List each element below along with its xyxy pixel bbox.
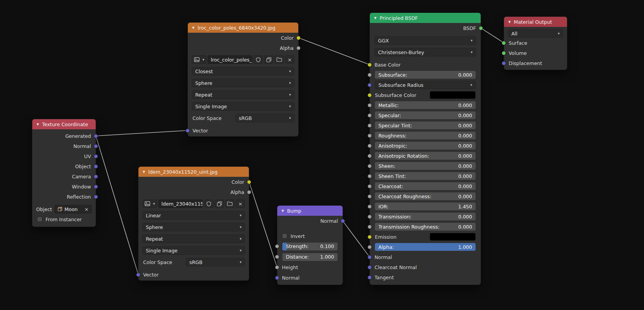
input-socket-anisotropic[interactable] — [368, 144, 372, 148]
collapse-icon[interactable]: ▼ — [143, 170, 145, 174]
input-socket-subsurface-color[interactable] — [368, 93, 372, 97]
output-socket-color[interactable] — [296, 36, 301, 40]
field-metallic[interactable]: Metallic:0.000 — [375, 101, 476, 109]
input-socket-displacement[interactable] — [502, 61, 506, 65]
color-swatch-subsurface-color[interactable] — [430, 91, 476, 99]
output-socket-camera[interactable] — [94, 174, 98, 179]
node-bump[interactable]: ▼ Bump Normal Invert Strength:0.100Dista… — [277, 205, 343, 285]
node-image-texture-color[interactable]: ▼ lroc_color_poles_6840x3420.jpg ColorAl… — [187, 22, 299, 137]
input-socket-normal_in[interactable] — [275, 276, 279, 280]
field-distance[interactable]: Distance:1.000 — [282, 253, 338, 261]
input-socket-base_color[interactable] — [368, 63, 372, 67]
node-link[interactable] — [481, 28, 504, 43]
field-specular-tint[interactable]: Specular Tint:0.000 — [375, 122, 476, 129]
input-socket-ior[interactable] — [368, 204, 372, 209]
shader-node-editor[interactable]: ▼ Texture Coordinate GeneratedNormalUVOb… — [0, 0, 644, 310]
node-principled-bsdf[interactable]: ▼ Principled BSDF BSDF GGX▾Christensen-B… — [369, 12, 481, 285]
dropdown-subsurface-radius[interactable]: Subsurface Radius▾ — [375, 81, 476, 89]
field-strength[interactable]: Strength:0.100 — [282, 243, 338, 250]
field-anisotropic-rotation[interactable]: Anisotropic Rotation:0.000 — [375, 152, 476, 160]
input-socket-height[interactable] — [275, 265, 279, 269]
object-picker[interactable]: Moon × — [54, 205, 92, 213]
dropdown-single-image[interactable]: Single Image▾ — [192, 102, 294, 111]
output-socket-reflection[interactable] — [94, 195, 98, 199]
input-socket-metallic[interactable] — [368, 103, 372, 107]
input-socket-specular-tint[interactable] — [368, 123, 372, 128]
field-clearcoat[interactable]: Clearcoat:0.000 — [375, 182, 476, 190]
input-socket-clearcoat-roughness[interactable] — [368, 194, 372, 199]
input-socket-transmission-roughness[interactable] — [368, 225, 372, 229]
output-socket-window[interactable] — [94, 185, 98, 189]
output-socket-alpha[interactable] — [247, 190, 251, 194]
input-socket-subsurface-radius[interactable] — [368, 83, 372, 87]
node-header[interactable]: ▼ Texture Coordinate — [32, 119, 96, 129]
node-link[interactable] — [96, 130, 188, 136]
node-link[interactable] — [96, 136, 138, 275]
dropdown-christensen-burley[interactable]: Christensen-Burley▾ — [374, 48, 476, 56]
field-roughness[interactable]: Roughness:0.000 — [375, 132, 476, 139]
input-socket-anisotropic-rotation[interactable] — [368, 154, 372, 158]
node-texture-coordinate[interactable]: ▼ Texture Coordinate GeneratedNormalUVOb… — [32, 119, 96, 227]
browse-image-button[interactable]: ▾ — [142, 199, 157, 208]
node-header[interactable]: ▼ Material Output — [504, 17, 567, 27]
input-socket-clearcoat-normal[interactable] — [368, 265, 372, 269]
copy-image-button[interactable] — [215, 199, 224, 208]
dropdown-sphere[interactable]: Sphere▾ — [192, 79, 294, 87]
input-socket-sheen[interactable] — [368, 164, 372, 168]
input-socket-vector[interactable] — [136, 273, 140, 277]
unlink-image-button[interactable]: × — [285, 55, 294, 64]
node-link[interactable] — [299, 38, 370, 65]
input-socket-tangent[interactable] — [368, 275, 372, 280]
output-socket-normal[interactable] — [94, 144, 98, 148]
input-socket-specular[interactable] — [368, 113, 372, 118]
color-space-dropdown[interactable]: sRGB ▾ — [186, 258, 245, 266]
browse-image-button[interactable]: ▾ — [192, 55, 206, 64]
output-socket-normal_out[interactable] — [341, 219, 345, 223]
output-socket-alpha[interactable] — [296, 46, 301, 50]
input-socket-roughness[interactable] — [368, 134, 372, 138]
open-image-button[interactable] — [225, 199, 234, 208]
node-header[interactable]: ▼ lroc_color_poles_6840x3420.jpg — [188, 23, 298, 33]
output-socket-color[interactable] — [247, 180, 251, 184]
dropdown-repeat[interactable]: Repeat▾ — [192, 90, 294, 99]
node-material-output[interactable]: ▼ Material Output All ▾ SurfaceVolumeDis… — [504, 16, 567, 70]
input-socket-strength[interactable] — [275, 244, 279, 248]
node-image-texture-height[interactable]: ▼ ldem_23040x11520_uint.jpg ColorAlpha ▾… — [138, 166, 249, 281]
dropdown-linear[interactable]: Linear▾ — [142, 211, 245, 220]
collapse-icon[interactable]: ▼ — [282, 209, 284, 213]
field-subsurface[interactable]: Subsurface:0.000 — [375, 71, 476, 79]
input-socket-clearcoat[interactable] — [368, 184, 372, 188]
output-socket-object[interactable] — [94, 164, 98, 169]
dropdown-sphere[interactable]: Sphere▾ — [142, 223, 245, 231]
input-socket-normal[interactable] — [368, 255, 372, 259]
from-instancer-checkbox[interactable] — [37, 217, 42, 222]
collapse-icon[interactable]: ▼ — [374, 16, 376, 20]
copy-image-button[interactable] — [264, 55, 273, 64]
input-socket-subsurface[interactable] — [368, 73, 372, 77]
node-link[interactable] — [343, 221, 370, 257]
collapse-icon[interactable]: ▼ — [508, 20, 511, 24]
node-header[interactable]: ▼ Principled BSDF — [370, 13, 481, 23]
color-swatch-emission[interactable] — [430, 233, 476, 241]
input-socket-alpha[interactable] — [368, 245, 372, 249]
input-socket-volume[interactable] — [502, 51, 506, 55]
field-transmission-roughness[interactable]: Transmission Roughness:0.000 — [375, 223, 476, 231]
field-transmission[interactable]: Transmission:0.000 — [375, 213, 476, 220]
clear-object-icon[interactable]: × — [84, 206, 89, 212]
field-anisotropic[interactable]: Anisotropic:0.000 — [375, 142, 476, 150]
node-header[interactable]: ▼ Bump — [277, 206, 343, 216]
input-socket-surface[interactable] — [502, 41, 506, 45]
unlink-image-button[interactable]: × — [236, 199, 245, 208]
output-target-dropdown[interactable]: All ▾ — [508, 29, 563, 38]
node-header[interactable]: ▼ ldem_23040x11520_uint.jpg — [138, 167, 249, 177]
fake-user-shield-button[interactable] — [254, 55, 263, 64]
input-socket-transmission[interactable] — [368, 215, 372, 219]
field-alpha[interactable]: Alpha:1.000 — [375, 243, 476, 251]
field-specular[interactable]: Specular:0.000 — [375, 111, 476, 119]
output-socket-uv[interactable] — [94, 154, 98, 159]
color-space-dropdown[interactable]: sRGB ▾ — [235, 114, 294, 122]
dropdown-repeat[interactable]: Repeat▾ — [142, 234, 245, 243]
dropdown-single-image[interactable]: Single Image▾ — [142, 246, 245, 255]
input-socket-sheen-tint[interactable] — [368, 174, 372, 178]
field-ior[interactable]: IOR:1.450 — [375, 203, 476, 210]
